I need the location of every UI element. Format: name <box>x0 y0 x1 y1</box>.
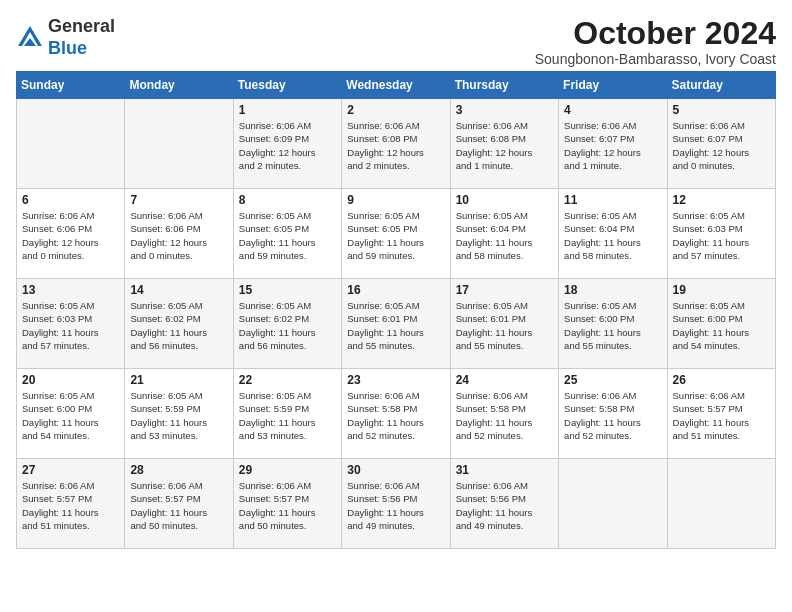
logo: General Blue <box>16 16 115 59</box>
day-number: 4 <box>564 103 661 117</box>
calendar-cell: 24Sunrise: 6:06 AM Sunset: 5:58 PM Dayli… <box>450 369 558 459</box>
day-detail: Sunrise: 6:05 AM Sunset: 6:03 PM Dayligh… <box>22 299 119 352</box>
weekday-header-saturday: Saturday <box>667 72 775 99</box>
day-number: 3 <box>456 103 553 117</box>
calendar-cell: 3Sunrise: 6:06 AM Sunset: 6:08 PM Daylig… <box>450 99 558 189</box>
day-detail: Sunrise: 6:05 AM Sunset: 5:59 PM Dayligh… <box>239 389 336 442</box>
day-detail: Sunrise: 6:05 AM Sunset: 6:00 PM Dayligh… <box>673 299 770 352</box>
day-number: 19 <box>673 283 770 297</box>
calendar-cell: 17Sunrise: 6:05 AM Sunset: 6:01 PM Dayli… <box>450 279 558 369</box>
day-detail: Sunrise: 6:05 AM Sunset: 5:59 PM Dayligh… <box>130 389 227 442</box>
calendar-cell: 10Sunrise: 6:05 AM Sunset: 6:04 PM Dayli… <box>450 189 558 279</box>
day-detail: Sunrise: 6:06 AM Sunset: 5:58 PM Dayligh… <box>456 389 553 442</box>
calendar-cell <box>667 459 775 549</box>
day-number: 22 <box>239 373 336 387</box>
calendar-cell: 21Sunrise: 6:05 AM Sunset: 5:59 PM Dayli… <box>125 369 233 459</box>
logo-general-text: General <box>48 16 115 36</box>
calendar-table: SundayMondayTuesdayWednesdayThursdayFrid… <box>16 71 776 549</box>
calendar-cell: 20Sunrise: 6:05 AM Sunset: 6:00 PM Dayli… <box>17 369 125 459</box>
calendar-cell: 11Sunrise: 6:05 AM Sunset: 6:04 PM Dayli… <box>559 189 667 279</box>
day-detail: Sunrise: 6:06 AM Sunset: 5:56 PM Dayligh… <box>456 479 553 532</box>
weekday-header-tuesday: Tuesday <box>233 72 341 99</box>
calendar-cell <box>559 459 667 549</box>
logo-icon <box>16 24 44 52</box>
calendar-cell <box>125 99 233 189</box>
calendar-cell: 30Sunrise: 6:06 AM Sunset: 5:56 PM Dayli… <box>342 459 450 549</box>
day-number: 24 <box>456 373 553 387</box>
calendar-cell: 13Sunrise: 6:05 AM Sunset: 6:03 PM Dayli… <box>17 279 125 369</box>
day-detail: Sunrise: 6:06 AM Sunset: 5:57 PM Dayligh… <box>239 479 336 532</box>
calendar-header: SundayMondayTuesdayWednesdayThursdayFrid… <box>17 72 776 99</box>
day-number: 8 <box>239 193 336 207</box>
day-number: 27 <box>22 463 119 477</box>
calendar-cell: 18Sunrise: 6:05 AM Sunset: 6:00 PM Dayli… <box>559 279 667 369</box>
day-detail: Sunrise: 6:05 AM Sunset: 6:00 PM Dayligh… <box>564 299 661 352</box>
day-number: 1 <box>239 103 336 117</box>
calendar-cell: 23Sunrise: 6:06 AM Sunset: 5:58 PM Dayli… <box>342 369 450 459</box>
day-number: 25 <box>564 373 661 387</box>
calendar-cell: 7Sunrise: 6:06 AM Sunset: 6:06 PM Daylig… <box>125 189 233 279</box>
day-number: 6 <box>22 193 119 207</box>
day-number: 2 <box>347 103 444 117</box>
calendar-week-row: 20Sunrise: 6:05 AM Sunset: 6:00 PM Dayli… <box>17 369 776 459</box>
calendar-cell: 12Sunrise: 6:05 AM Sunset: 6:03 PM Dayli… <box>667 189 775 279</box>
calendar-cell: 8Sunrise: 6:05 AM Sunset: 6:05 PM Daylig… <box>233 189 341 279</box>
weekday-header-row: SundayMondayTuesdayWednesdayThursdayFrid… <box>17 72 776 99</box>
day-number: 7 <box>130 193 227 207</box>
calendar-cell: 2Sunrise: 6:06 AM Sunset: 6:08 PM Daylig… <box>342 99 450 189</box>
day-detail: Sunrise: 6:06 AM Sunset: 5:56 PM Dayligh… <box>347 479 444 532</box>
calendar-cell: 9Sunrise: 6:05 AM Sunset: 6:05 PM Daylig… <box>342 189 450 279</box>
weekday-header-sunday: Sunday <box>17 72 125 99</box>
day-detail: Sunrise: 6:06 AM Sunset: 6:06 PM Dayligh… <box>130 209 227 262</box>
day-detail: Sunrise: 6:06 AM Sunset: 5:58 PM Dayligh… <box>347 389 444 442</box>
calendar-cell: 19Sunrise: 6:05 AM Sunset: 6:00 PM Dayli… <box>667 279 775 369</box>
day-number: 17 <box>456 283 553 297</box>
calendar-cell <box>17 99 125 189</box>
calendar-cell: 14Sunrise: 6:05 AM Sunset: 6:02 PM Dayli… <box>125 279 233 369</box>
day-number: 28 <box>130 463 227 477</box>
day-detail: Sunrise: 6:06 AM Sunset: 5:57 PM Dayligh… <box>130 479 227 532</box>
day-detail: Sunrise: 6:05 AM Sunset: 6:05 PM Dayligh… <box>347 209 444 262</box>
calendar-cell: 28Sunrise: 6:06 AM Sunset: 5:57 PM Dayli… <box>125 459 233 549</box>
day-detail: Sunrise: 6:05 AM Sunset: 6:02 PM Dayligh… <box>239 299 336 352</box>
weekday-header-wednesday: Wednesday <box>342 72 450 99</box>
day-detail: Sunrise: 6:05 AM Sunset: 6:02 PM Dayligh… <box>130 299 227 352</box>
day-detail: Sunrise: 6:06 AM Sunset: 5:57 PM Dayligh… <box>673 389 770 442</box>
day-number: 23 <box>347 373 444 387</box>
calendar-cell: 6Sunrise: 6:06 AM Sunset: 6:06 PM Daylig… <box>17 189 125 279</box>
day-number: 30 <box>347 463 444 477</box>
calendar-cell: 1Sunrise: 6:06 AM Sunset: 6:09 PM Daylig… <box>233 99 341 189</box>
day-number: 5 <box>673 103 770 117</box>
calendar-cell: 26Sunrise: 6:06 AM Sunset: 5:57 PM Dayli… <box>667 369 775 459</box>
calendar-week-row: 27Sunrise: 6:06 AM Sunset: 5:57 PM Dayli… <box>17 459 776 549</box>
calendar-body: 1Sunrise: 6:06 AM Sunset: 6:09 PM Daylig… <box>17 99 776 549</box>
day-detail: Sunrise: 6:06 AM Sunset: 5:57 PM Dayligh… <box>22 479 119 532</box>
calendar-cell: 15Sunrise: 6:05 AM Sunset: 6:02 PM Dayli… <box>233 279 341 369</box>
day-detail: Sunrise: 6:05 AM Sunset: 6:00 PM Dayligh… <box>22 389 119 442</box>
day-detail: Sunrise: 6:06 AM Sunset: 6:09 PM Dayligh… <box>239 119 336 172</box>
day-detail: Sunrise: 6:06 AM Sunset: 6:08 PM Dayligh… <box>456 119 553 172</box>
calendar-cell: 22Sunrise: 6:05 AM Sunset: 5:59 PM Dayli… <box>233 369 341 459</box>
calendar-cell: 16Sunrise: 6:05 AM Sunset: 6:01 PM Dayli… <box>342 279 450 369</box>
page-header: General Blue October 2024 Soungbonon-Bam… <box>16 16 776 67</box>
weekday-header-friday: Friday <box>559 72 667 99</box>
calendar-cell: 4Sunrise: 6:06 AM Sunset: 6:07 PM Daylig… <box>559 99 667 189</box>
day-detail: Sunrise: 6:05 AM Sunset: 6:01 PM Dayligh… <box>456 299 553 352</box>
calendar-cell: 31Sunrise: 6:06 AM Sunset: 5:56 PM Dayli… <box>450 459 558 549</box>
day-number: 12 <box>673 193 770 207</box>
day-number: 20 <box>22 373 119 387</box>
day-detail: Sunrise: 6:05 AM Sunset: 6:04 PM Dayligh… <box>456 209 553 262</box>
day-number: 16 <box>347 283 444 297</box>
day-number: 26 <box>673 373 770 387</box>
logo-blue-text: Blue <box>48 38 87 58</box>
day-detail: Sunrise: 6:06 AM Sunset: 6:07 PM Dayligh… <box>673 119 770 172</box>
calendar-week-row: 13Sunrise: 6:05 AM Sunset: 6:03 PM Dayli… <box>17 279 776 369</box>
day-detail: Sunrise: 6:05 AM Sunset: 6:05 PM Dayligh… <box>239 209 336 262</box>
day-number: 18 <box>564 283 661 297</box>
calendar-cell: 25Sunrise: 6:06 AM Sunset: 5:58 PM Dayli… <box>559 369 667 459</box>
calendar-week-row: 1Sunrise: 6:06 AM Sunset: 6:09 PM Daylig… <box>17 99 776 189</box>
day-number: 13 <box>22 283 119 297</box>
title-block: October 2024 Soungbonon-Bambarasso, Ivor… <box>535 16 776 67</box>
calendar-cell: 27Sunrise: 6:06 AM Sunset: 5:57 PM Dayli… <box>17 459 125 549</box>
day-number: 14 <box>130 283 227 297</box>
